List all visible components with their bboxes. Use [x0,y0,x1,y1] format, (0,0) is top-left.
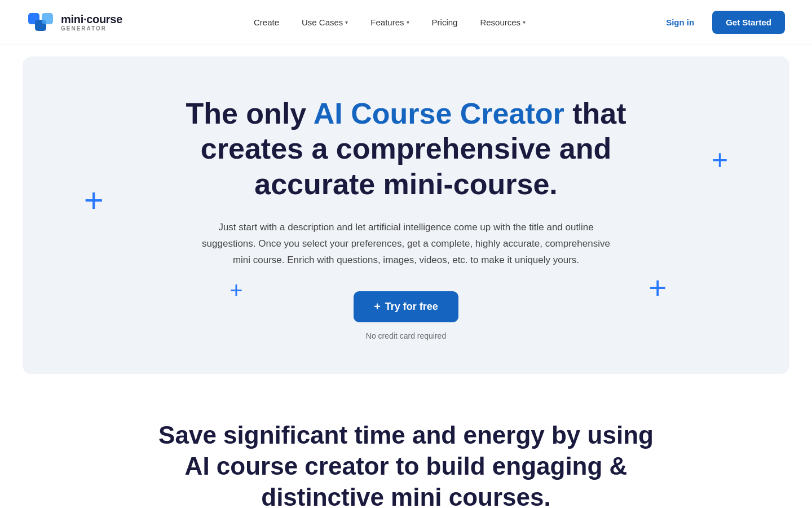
nav-actions: Sign in Get Started [657,11,785,34]
plus-decoration-3: + [712,146,728,174]
nav-item-use-cases[interactable]: Use Cases ▾ [293,13,357,32]
nav-features-label: Features [370,17,404,27]
nav-item-features[interactable]: Features ▾ [361,13,418,32]
chevron-down-icon: ▾ [345,19,348,25]
plus-decoration-1: + [84,183,104,217]
plus-decoration-2: + [230,279,242,301]
cta-label: Try for free [385,301,438,313]
hero-description: Just start with a description and let ar… [197,220,615,269]
no-credit-card-text: No credit card required [45,331,767,340]
nav-create-label: Create [254,17,279,27]
logo-sub-text: GENERATOR [61,26,122,32]
bottom-section: Save significant time and energy by usin… [0,386,812,508]
logo[interactable]: mini·course GENERATOR [27,8,122,37]
hero-title-prefix: The only [186,97,313,130]
cta-plus-icon: + [374,300,381,313]
hero-title-highlight: AI Course Creator [314,97,564,130]
nav-item-resources[interactable]: Resources ▾ [471,13,535,32]
chevron-down-icon: ▾ [523,19,526,25]
chevron-down-icon: ▾ [407,19,409,25]
logo-main-text: mini·course [61,14,122,25]
svg-rect-2 [42,13,53,24]
hero-title: The only AI Course Creator that creates … [175,96,637,202]
navbar: mini·course GENERATOR Create Use Cases ▾… [0,0,812,45]
logo-icon [27,8,55,37]
logo-text: mini·course GENERATOR [61,14,122,32]
hero-section: + + + + The only AI Course Creator that … [23,56,789,374]
bottom-title: Save significant time and energy by usin… [152,419,660,508]
nav-use-cases-label: Use Cases [302,17,343,27]
nav-resources-label: Resources [480,17,520,27]
get-started-button[interactable]: Get Started [712,11,785,34]
nav-links: Create Use Cases ▾ Features ▾ Pricing Re… [245,13,535,32]
sign-in-button[interactable]: Sign in [657,13,703,32]
plus-decoration-4: + [648,273,667,304]
try-for-free-button[interactable]: + Try for free [354,291,458,322]
nav-item-pricing[interactable]: Pricing [423,13,467,32]
nav-pricing-label: Pricing [432,17,458,27]
nav-item-create[interactable]: Create [245,13,288,32]
